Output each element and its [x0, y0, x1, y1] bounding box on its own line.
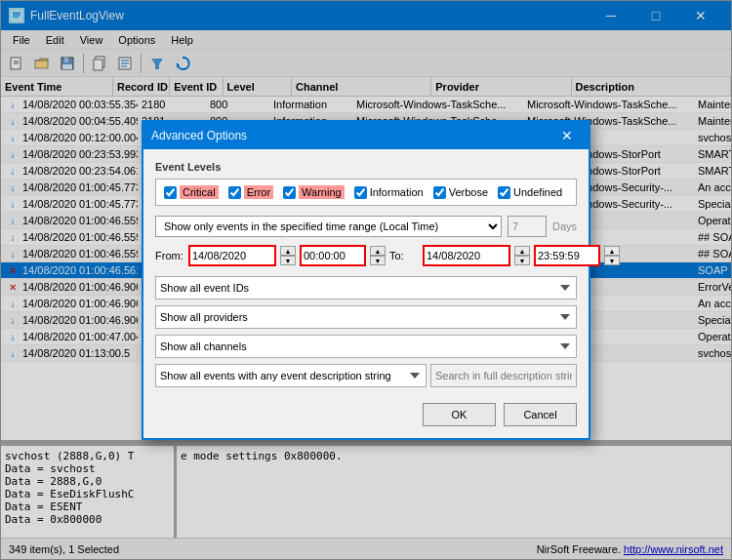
label-critical: Critical [180, 185, 219, 199]
event-levels-box: Critical Error Warning Information Verbo… [155, 179, 577, 206]
to-time-up[interactable]: ▲ [604, 246, 620, 256]
desc-filter-row: Show all events with any event descripti… [155, 364, 577, 387]
search-desc-input[interactable] [430, 364, 577, 387]
dialog-body: Event Levels Critical Error Warning Info… [143, 149, 589, 438]
providers-row: Show all providers [155, 305, 577, 329]
to-date-down[interactable]: ▼ [514, 256, 530, 265]
checkbox-verbose[interactable]: Verbose [433, 186, 488, 199]
label-error: Error [244, 185, 273, 199]
dialog-buttons: OK Cancel [155, 397, 577, 426]
days-label: Days [552, 220, 577, 232]
from-time-spin[interactable]: ▲ ▼ [370, 246, 386, 265]
checkbox-warning[interactable]: Warning [283, 185, 345, 199]
checkbox-error[interactable]: Error [228, 185, 273, 199]
event-ids-row: Show all event IDs [155, 276, 577, 300]
from-date-input[interactable] [188, 245, 276, 266]
event-levels-label: Event Levels [155, 161, 577, 173]
to-date-up[interactable]: ▲ [514, 246, 530, 256]
dialog-title-bar: Advanced Options ✕ [143, 122, 589, 149]
checkbox-critical[interactable]: Critical [164, 185, 219, 199]
to-time-down[interactable]: ▼ [604, 256, 620, 265]
modal-overlay: Advanced Options ✕ Event Levels Critical… [0, 0, 732, 560]
dialog-close-button[interactable]: ✕ [553, 124, 581, 147]
from-to-row: From: ▲ ▼ ▲ ▼ To: ▲ ▼ ▲ [155, 245, 577, 266]
cancel-button[interactable]: Cancel [504, 403, 577, 426]
ok-button[interactable]: OK [423, 403, 496, 426]
label-warning: Warning [299, 185, 345, 199]
from-time-down[interactable]: ▼ [370, 256, 386, 265]
desc-filter-select[interactable]: Show all events with any event descripti… [155, 364, 427, 387]
to-date-spin[interactable]: ▲ ▼ [514, 246, 530, 265]
channels-select[interactable]: Show all channels [155, 335, 577, 358]
label-undefined: Undefined [513, 186, 562, 198]
from-time-input[interactable] [300, 245, 366, 266]
checkbox-information[interactable]: Information [354, 186, 424, 199]
from-label: From: [155, 250, 184, 261]
channels-row: Show all channels [155, 335, 577, 358]
label-verbose: Verbose [449, 186, 488, 198]
days-input[interactable] [508, 216, 547, 237]
time-range-row: Show only events in the specified time r… [155, 216, 577, 237]
checkbox-undefined[interactable]: Undefined [498, 186, 562, 199]
dialog-title: Advanced Options [151, 129, 247, 142]
label-information: Information [370, 186, 424, 198]
to-label: To: [389, 250, 419, 261]
from-date-down[interactable]: ▼ [280, 256, 296, 265]
advanced-options-dialog: Advanced Options ✕ Event Levels Critical… [142, 120, 590, 440]
event-ids-select[interactable]: Show all event IDs [155, 276, 577, 300]
from-date-spin[interactable]: ▲ ▼ [280, 246, 296, 265]
to-time-spin[interactable]: ▲ ▼ [604, 246, 620, 265]
providers-select[interactable]: Show all providers [155, 305, 577, 329]
to-time-input[interactable] [534, 245, 600, 266]
from-time-up[interactable]: ▲ [370, 246, 386, 256]
to-date-input[interactable] [423, 245, 510, 266]
time-range-select[interactable]: Show only events in the specified time r… [155, 216, 502, 237]
from-date-up[interactable]: ▲ [280, 246, 296, 256]
